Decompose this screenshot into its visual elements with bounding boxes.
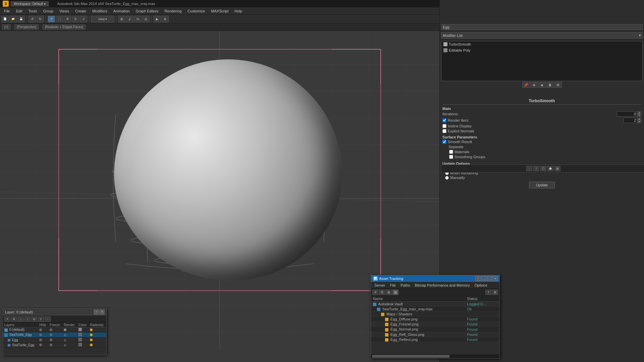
render-iters-input[interactable] [624, 118, 637, 123]
at-menu-paths[interactable]: Paths [398, 283, 412, 288]
layers-current-btn[interactable]: ⊙ [31, 316, 37, 322]
pin-stack-btn[interactable]: 📌 [522, 82, 530, 88]
table-row[interactable]: Egg_Fresnel.png Found [371, 322, 499, 327]
mod-element-icon[interactable]: ⊞ [554, 166, 560, 171]
menu-help[interactable]: Help [232, 8, 245, 14]
menu-rendering[interactable]: Rendering [162, 8, 184, 14]
isoline-checkbox[interactable] [442, 124, 446, 128]
at-help-small-btn[interactable]: ? [485, 290, 491, 295]
layer-row[interactable]: SeaTurtle_Egg ⊙ [3, 343, 106, 348]
menu-modifiers[interactable]: Modifiers [90, 8, 110, 14]
layer-row[interactable]: 0 (default) [3, 327, 106, 333]
at-menu-file[interactable]: File [388, 283, 398, 288]
layer-row[interactable]: Egg ⊙ [3, 338, 106, 343]
mod-vertex-icon[interactable]: · [526, 166, 532, 171]
redo-btn[interactable]: ↻ [37, 16, 44, 22]
menu-tools[interactable]: Tools [26, 8, 40, 14]
layers-add-sel-btn[interactable]: ↓ [18, 316, 24, 322]
at-help-btn[interactable]: ? [476, 276, 480, 281]
manually-radio[interactable] [445, 176, 449, 180]
menu-file[interactable]: File [1, 8, 13, 14]
mod-edge-icon[interactable]: / [533, 166, 539, 171]
table-row[interactable]: Egg_Normal.png Found [371, 327, 499, 332]
layers-close-btn[interactable]: ✕ [100, 310, 104, 314]
modifier-list-header[interactable]: Modifier List ▾ [441, 32, 643, 39]
save-btn[interactable]: 💾 [17, 16, 25, 22]
at-menu-server[interactable]: Server [372, 283, 387, 288]
select-btn[interactable]: ↗ [48, 16, 55, 22]
render-btn[interactable]: ▶ [153, 16, 161, 22]
at-menu-options[interactable]: Options [473, 283, 489, 288]
update-btn[interactable]: Update [529, 182, 555, 188]
asset-scrollbar[interactable] [371, 354, 499, 358]
rotate-btn[interactable]: ↻ [72, 16, 79, 22]
layers-new-btn[interactable]: + [4, 316, 10, 322]
at-menu-bitmap[interactable]: Bitmap Performance and Memory [413, 283, 472, 288]
open-btn[interactable]: 📁 [9, 16, 17, 22]
viewport-perspective-tag[interactable]: [Perspective] [14, 24, 39, 29]
ref-coord-btn[interactable]: View ▾ [91, 16, 114, 22]
table-row[interactable]: Maps / Shaders [371, 312, 499, 317]
undo-btn[interactable]: ↺ [29, 16, 36, 22]
materials-checkbox[interactable] [449, 150, 453, 154]
layers-collapse-btn[interactable]: - [45, 316, 51, 322]
object-name-input[interactable] [441, 24, 643, 30]
render-iters-checkbox[interactable] [442, 118, 446, 122]
at-view-btn[interactable]: ▤ [392, 290, 398, 295]
render-iters-down[interactable]: ▼ [637, 120, 641, 123]
layers-sel-by-layer-btn[interactable]: ↑ [24, 316, 31, 322]
mod-border-icon[interactable]: ⬡ [540, 166, 546, 171]
snap-btn[interactable]: ⊞ [118, 16, 125, 22]
menu-graph-editors[interactable]: Graph Editors [133, 8, 161, 14]
at-minimize-btn[interactable]: — [481, 276, 486, 281]
remove-modifier-btn[interactable]: 🗑 [546, 82, 554, 88]
at-maximize-btn[interactable]: □ [487, 276, 492, 281]
percent-snap-btn[interactable]: % [134, 16, 142, 22]
new-btn[interactable]: 📄 [1, 16, 9, 22]
workspace-dropdown[interactable]: Workspace: Default ▾ [11, 1, 49, 6]
at-settings-btn[interactable]: ⚙ [492, 290, 498, 295]
at-close-btn[interactable]: ✕ [493, 276, 497, 281]
viewport-plus-tag[interactable]: [+] [2, 24, 10, 29]
at-list-btn[interactable]: ☰ [379, 290, 385, 295]
menu-create[interactable]: Create [72, 8, 89, 14]
smoothing-groups-checkbox[interactable] [449, 155, 453, 159]
configure-modifier-sets-btn[interactable]: ⚙ [554, 82, 562, 88]
table-row[interactable]: Egg_Refl_Gloss.png Found [371, 332, 499, 337]
at-grid-btn[interactable]: ⊞ [386, 290, 392, 295]
select-region-btn[interactable]: ⬚ [56, 16, 63, 22]
mod-poly-icon[interactable]: ⬢ [547, 166, 553, 171]
layers-help-btn[interactable]: ? [94, 310, 99, 314]
menu-animation[interactable]: Animation [111, 8, 132, 14]
menu-edit[interactable]: Edit [13, 8, 25, 14]
smooth-result-checkbox[interactable] [442, 140, 446, 144]
menu-views[interactable]: Views [57, 8, 72, 14]
spinner-snap-btn[interactable]: ◎ [142, 16, 150, 22]
layers-expand-btn[interactable]: + [38, 316, 44, 322]
table-row[interactable]: Egg_Diffuse.png Found [371, 317, 499, 322]
render-iters-up[interactable]: ▲ [637, 118, 641, 120]
scale-btn[interactable]: ⤢ [80, 16, 87, 22]
modifier-turbosmooth[interactable]: TurboSmooth [441, 41, 642, 47]
render-setup-btn[interactable]: ⚙ [161, 16, 169, 22]
menu-maxscript[interactable]: MAXScript [208, 8, 231, 14]
at-refresh-btn[interactable]: ↺ [372, 290, 378, 295]
make-unique-btn[interactable]: ◈ [538, 82, 546, 88]
menu-customize[interactable]: Customize [185, 8, 208, 14]
table-row[interactable]: SeaTurtle_Egg_max_vray.max Ok [371, 307, 499, 312]
iterations-up[interactable]: ▲ [637, 111, 641, 114]
menu-group[interactable]: Group [40, 8, 56, 14]
table-row[interactable]: Autodesk Vault Logged O... [371, 302, 499, 307]
show-result-btn[interactable]: ⊕ [530, 82, 538, 88]
table-row[interactable]: Egg_Reflect.png Found [371, 337, 499, 342]
explicit-normals-checkbox[interactable] [442, 129, 446, 133]
iterations-down[interactable]: ▼ [637, 114, 641, 117]
scrollbar-thumb[interactable] [372, 355, 449, 358]
layer-row[interactable]: SeaTurtle_Egg ⊙ [3, 333, 106, 338]
angle-snap-btn[interactable]: ∠ [126, 16, 133, 22]
move-btn[interactable]: ✛ [64, 16, 71, 22]
viewport-mode-tag[interactable]: [Realistic + Edged Faces] [43, 24, 86, 29]
layers-delete-btn[interactable]: ✕ [11, 316, 17, 322]
modifier-editable-poly[interactable]: Editable Poly [441, 47, 642, 53]
iterations-input[interactable] [617, 111, 637, 117]
